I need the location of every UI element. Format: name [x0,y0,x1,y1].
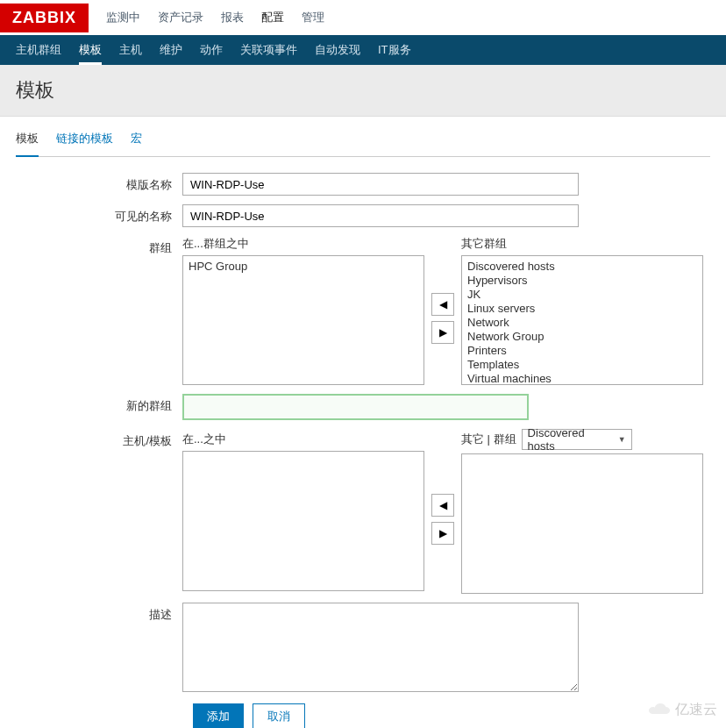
page-title: 模板 [16,77,710,103]
groups-in-label: 在...群组之中 [182,236,424,252]
page-header: 模板 [0,65,726,117]
list-item[interactable]: Printers [466,344,699,358]
list-item[interactable]: Templates [466,358,699,372]
triangle-right-icon: ▶ [439,527,447,539]
tab-template[interactable]: 模板 [16,122,39,157]
sub-nav: 主机群组 模板 主机 维护 动作 关联项事件 自动发现 IT服务 [0,35,726,65]
top-nav: 监测中 资产记录 报表 配置 管理 [106,1,324,34]
list-item[interactable]: Virtual machines [466,372,699,385]
topnav-inventory[interactable]: 资产记录 [158,1,203,34]
new-group-label: 新的群组 [16,394,182,414]
groups-other-label: 其它群组 [461,236,703,252]
move-left-button[interactable]: ◀ [431,293,454,316]
form-tabs: 模板 链接的模板 宏 [16,122,710,157]
top-bar: ZABBIX 监测中 资产记录 报表 配置 管理 [0,0,726,35]
hosts-in-label: 在...之中 [182,432,424,447]
triangle-left-icon: ◀ [439,298,447,310]
groups-label: 群组 [16,236,182,256]
subnav-host-groups[interactable]: 主机群组 [16,35,61,65]
groups-in-listbox[interactable]: HPC Group [182,255,424,385]
triangle-right-icon: ▶ [439,326,447,339]
hosts-in-listbox[interactable] [182,451,424,591]
hosts-move-left-button[interactable]: ◀ [431,494,454,517]
hosts-templates-label: 主机/模板 [16,429,182,449]
list-item[interactable]: Network Group [466,330,699,344]
hosts-other-listbox[interactable] [461,453,703,594]
brand-logo[interactable]: ZABBIX [0,4,89,32]
move-right-button[interactable]: ▶ [431,321,454,344]
subnav-templates[interactable]: 模板 [79,35,102,65]
subnav-hosts[interactable]: 主机 [119,35,142,65]
description-textarea[interactable] [182,603,579,692]
tab-linked-templates[interactable]: 链接的模板 [56,122,113,156]
template-form: 模版名称 可见的名称 群组 在...群组之中 HPC Group ◀ [16,157,710,728]
new-group-input[interactable] [182,394,529,420]
list-item[interactable]: Network [466,316,699,330]
list-item[interactable]: Discovered hosts [466,260,699,274]
subnav-it-services[interactable]: IT服务 [378,35,411,65]
cancel-button[interactable]: 取消 [253,703,305,728]
groups-other-listbox[interactable]: Discovered hosts Hypervisors JK Linux se… [461,255,703,385]
subnav-actions[interactable]: 动作 [200,35,223,65]
list-item[interactable]: Hypervisors [466,274,699,288]
list-item[interactable]: HPC Group [187,260,420,274]
visible-name-input[interactable] [182,204,579,227]
topnav-configuration[interactable]: 配置 [261,1,284,34]
list-item[interactable]: Linux servers [466,302,699,316]
template-name-label: 模版名称 [16,173,182,193]
template-name-input[interactable] [182,173,579,196]
topnav-reports[interactable]: 报表 [221,1,244,34]
subnav-maintenance[interactable]: 维护 [160,35,182,65]
hosts-group-dropdown[interactable]: Discovered hosts [522,429,632,450]
topnav-administration[interactable]: 管理 [302,1,324,34]
visible-name-label: 可见的名称 [16,204,182,225]
description-label: 描述 [16,603,182,623]
tab-macros[interactable]: 宏 [131,122,142,156]
subnav-discovery[interactable]: 自动发现 [315,35,360,65]
list-item[interactable]: JK [466,288,699,302]
triangle-left-icon: ◀ [439,499,447,511]
hosts-move-right-button[interactable]: ▶ [431,522,454,545]
hosts-other-label: 其它 | 群组 [461,432,516,447]
topnav-monitoring[interactable]: 监测中 [106,1,140,34]
add-button[interactable]: 添加 [193,703,244,728]
